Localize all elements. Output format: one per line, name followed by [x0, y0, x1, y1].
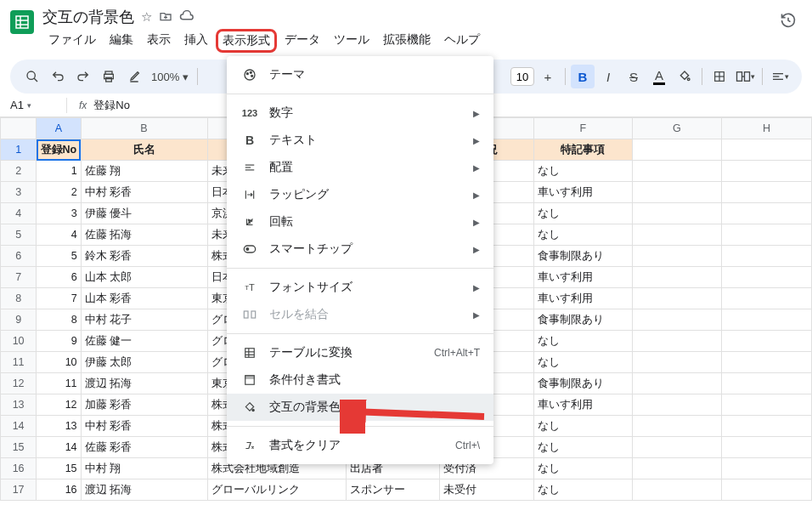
- align-button[interactable]: ▾: [768, 65, 792, 88]
- cell[interactable]: なし: [533, 437, 632, 458]
- cell[interactable]: 山本 彩香: [81, 288, 207, 309]
- cell[interactable]: 11: [37, 373, 81, 394]
- cell[interactable]: 中村 翔: [81, 458, 207, 479]
- cell[interactable]: [632, 182, 722, 203]
- cell[interactable]: 伊藤 太郎: [81, 352, 207, 373]
- row-header[interactable]: 10: [1, 331, 37, 352]
- col-header-A[interactable]: A: [37, 118, 81, 139]
- cell[interactable]: グローバルリンク: [207, 479, 346, 501]
- cell[interactable]: [632, 416, 722, 437]
- cell[interactable]: [722, 394, 812, 416]
- cell[interactable]: 9: [37, 331, 81, 352]
- menu-extensions[interactable]: 拡張機能: [377, 29, 437, 53]
- cell[interactable]: 伊藤 優斗: [81, 203, 207, 224]
- search-icon[interactable]: [20, 65, 44, 88]
- move-icon[interactable]: [159, 9, 172, 26]
- cell[interactable]: [722, 288, 812, 309]
- text-color-button[interactable]: A: [647, 65, 671, 88]
- row-header[interactable]: 14: [1, 416, 37, 437]
- font-size-plus-icon[interactable]: +: [536, 65, 560, 88]
- cell[interactable]: 7: [37, 288, 81, 309]
- row-header[interactable]: 15: [1, 437, 37, 458]
- cell[interactable]: 4: [37, 224, 81, 246]
- cell[interactable]: [722, 331, 812, 352]
- cell[interactable]: なし: [533, 161, 632, 182]
- cell[interactable]: 車いす利用: [533, 182, 632, 203]
- cell[interactable]: 中村 彩香: [81, 416, 207, 437]
- cell[interactable]: 2: [37, 182, 81, 203]
- bold-button[interactable]: B: [571, 65, 595, 88]
- cell[interactable]: なし: [533, 458, 632, 479]
- dd-align[interactable]: 配置 ▶: [227, 154, 493, 181]
- row-header[interactable]: 9: [1, 309, 37, 331]
- col-header-H[interactable]: H: [722, 118, 812, 139]
- history-icon[interactable]: [775, 7, 802, 38]
- cell[interactable]: [722, 309, 812, 331]
- cell[interactable]: [632, 267, 722, 288]
- cell[interactable]: [722, 373, 812, 394]
- row-header[interactable]: 12: [1, 373, 37, 394]
- dd-rotate[interactable]: A 回転 ▶: [227, 208, 493, 235]
- borders-button[interactable]: [708, 65, 731, 88]
- cell[interactable]: 加藤 彩香: [81, 394, 207, 416]
- row-header[interactable]: 5: [1, 224, 37, 246]
- cell[interactable]: 8: [37, 309, 81, 331]
- row-header[interactable]: 16: [1, 458, 37, 479]
- col-header-G[interactable]: G: [632, 118, 722, 139]
- menu-tools[interactable]: ツール: [328, 29, 375, 53]
- cell[interactable]: 食事制限あり: [533, 246, 632, 267]
- font-size-input[interactable]: [510, 67, 534, 86]
- cell[interactable]: 特記事項: [533, 139, 632, 161]
- row-header[interactable]: 2: [1, 161, 37, 182]
- cell[interactable]: 佐藤 翔: [81, 161, 207, 182]
- cell[interactable]: [722, 352, 812, 373]
- cell[interactable]: 鈴木 彩香: [81, 246, 207, 267]
- cell[interactable]: [722, 161, 812, 182]
- cell[interactable]: 車いす利用: [533, 288, 632, 309]
- cell[interactable]: 3: [37, 203, 81, 224]
- cell[interactable]: 佐藤 拓海: [81, 224, 207, 246]
- doc-title[interactable]: 交互の背景色: [42, 7, 134, 27]
- cell[interactable]: 食事制限あり: [533, 309, 632, 331]
- cell[interactable]: [632, 394, 722, 416]
- cell[interactable]: 1: [37, 161, 81, 182]
- row-header[interactable]: 8: [1, 288, 37, 309]
- row-header[interactable]: 4: [1, 203, 37, 224]
- cell[interactable]: 14: [37, 437, 81, 458]
- undo-icon[interactable]: [46, 65, 70, 88]
- cell[interactable]: 6: [37, 267, 81, 288]
- dd-fontsize[interactable]: TT フォントサイズ ▶: [227, 274, 493, 301]
- cell[interactable]: [722, 267, 812, 288]
- cell[interactable]: 登録No: [37, 139, 81, 161]
- cell[interactable]: [632, 161, 722, 182]
- col-header-B[interactable]: B: [81, 118, 207, 139]
- menu-help[interactable]: ヘルプ: [438, 29, 486, 53]
- cell[interactable]: [722, 203, 812, 224]
- print-icon[interactable]: [97, 65, 121, 88]
- cell[interactable]: なし: [533, 224, 632, 246]
- star-icon[interactable]: ☆: [141, 9, 152, 25]
- dd-text[interactable]: B テキスト ▶: [227, 127, 493, 154]
- cell[interactable]: なし: [533, 331, 632, 352]
- formula-bar[interactable]: 登録No: [93, 98, 130, 113]
- cell[interactable]: [722, 139, 812, 161]
- dd-table[interactable]: テーブルに変換 Ctrl+Alt+T: [227, 339, 493, 366]
- cell[interactable]: [722, 458, 812, 479]
- cell[interactable]: [632, 479, 722, 501]
- cell[interactable]: 佐藤 健一: [81, 331, 207, 352]
- sheets-logo[interactable]: [10, 10, 34, 34]
- cell[interactable]: なし: [533, 352, 632, 373]
- cell[interactable]: 山本 太郎: [81, 267, 207, 288]
- paint-format-icon[interactable]: [122, 65, 146, 88]
- name-box[interactable]: A1 ▾: [10, 99, 61, 111]
- cell[interactable]: [722, 182, 812, 203]
- zoom-select[interactable]: 100% ▾: [148, 71, 192, 83]
- cell[interactable]: スポンサー: [346, 479, 440, 501]
- cell[interactable]: なし: [533, 203, 632, 224]
- dd-number[interactable]: 123 数字 ▶: [227, 99, 493, 127]
- cell[interactable]: 食事制限あり: [533, 373, 632, 394]
- dd-wrap[interactable]: ラッピング ▶: [227, 181, 493, 208]
- dd-conditional[interactable]: 条件付き書式: [227, 366, 493, 394]
- cell[interactable]: [632, 203, 722, 224]
- cell[interactable]: [632, 373, 722, 394]
